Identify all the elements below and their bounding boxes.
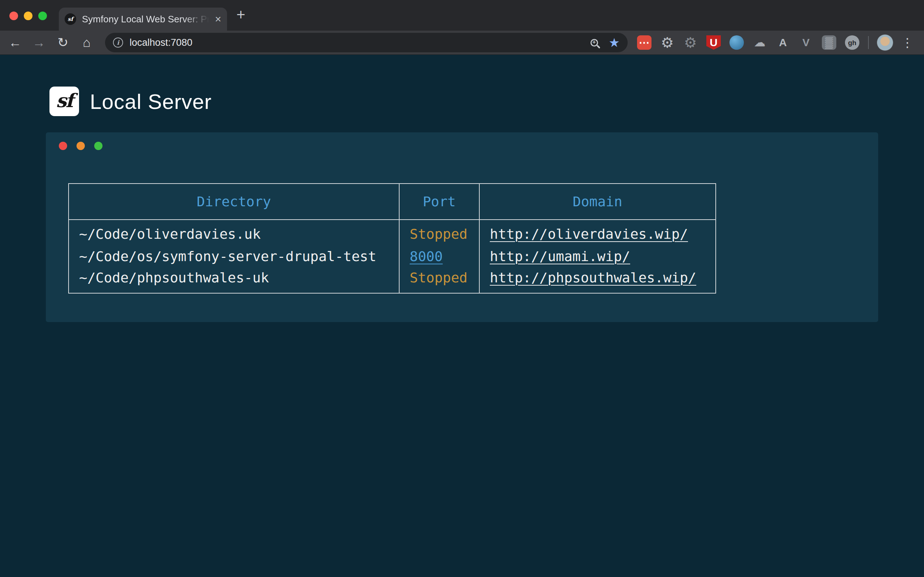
extension-blue-orb-icon[interactable] [729,35,744,50]
browser-toolbar: ← → ↻ ⌂ i localhost:7080 ★ ⋯ ⚙ ⚙ U ☁ A V… [0,31,924,55]
column-header-directory: Directory [69,184,399,220]
page-title: Local Server [90,89,212,114]
table-header-row: Directory Port Domain [69,184,716,220]
symfony-logo: sf [50,87,79,116]
tab-favicon-text: sf [68,16,73,23]
window-close-button[interactable] [10,11,18,20]
window-zoom-button[interactable] [38,11,47,20]
page-content: sf Local Server Directory Port [0,55,924,577]
table-row: ~/Code/os/symfony-server-drupal-test 800… [69,244,716,269]
directory-cell: ~/Code/oliverdavies.uk [69,220,399,244]
domain-link[interactable]: http://umami.wip/ [490,248,630,264]
terminal-green-dot [94,142,102,150]
extension-gear-dark-icon[interactable]: ⚙ [683,35,698,50]
extensions-row: ⋯ ⚙ ⚙ U ☁ A V ▒ gh [637,35,859,50]
home-button[interactable]: ⌂ [76,32,97,53]
domain-link[interactable]: http://oliverdavies.wip/ [490,226,688,242]
table-row: ~/Code/phpsouthwales-uk Stopped http://p… [69,269,716,293]
domain-link[interactable]: http://phpsouthwales.wip/ [490,270,696,285]
extension-cloud-icon[interactable]: ☁ [753,35,767,50]
new-tab-button[interactable]: + [236,7,246,23]
domain-cell: http://phpsouthwales.wip/ [479,269,716,293]
address-bar[interactable]: i localhost:7080 ★ [105,33,628,52]
tab-favicon-icon: sf [65,13,76,25]
domain-cell: http://umami.wip/ [479,244,716,269]
terminal-red-dot [59,142,67,150]
port-status: Stopped [410,270,467,285]
column-header-domain: Domain [479,184,716,220]
profile-avatar[interactable] [877,34,893,51]
port-cell: Stopped [399,269,479,293]
zoom-icon[interactable] [591,39,598,47]
terminal-window-dots [59,142,102,150]
extension-gear-light-icon[interactable]: ⚙ [660,35,675,50]
extension-ublock-icon[interactable]: U [706,35,721,50]
extension-letter-v-icon[interactable]: V [799,35,813,50]
url-text: localhost:7080 [129,37,591,48]
symfony-logo-text: sf [56,89,73,111]
back-button[interactable]: ← [5,32,25,53]
bookmark-star-icon[interactable]: ★ [609,36,620,49]
port-link[interactable]: 8000 [410,248,443,264]
servers-table: Directory Port Domain ~/Code/oliverdavie… [68,183,716,293]
extension-letter-a-icon[interactable]: A [775,35,790,50]
window-controls [10,11,47,20]
tab-title: Symfony Local Web Server: Prox [82,14,212,25]
site-info-icon[interactable]: i [113,37,123,48]
port-cell: 8000 [399,244,479,269]
extension-red-dots-icon[interactable]: ⋯ [637,35,651,50]
toolbar-separator [868,36,869,49]
browser-tab[interactable]: sf Symfony Local Web Server: Prox × [59,8,227,31]
tab-strip: sf Symfony Local Web Server: Prox × + [0,0,924,31]
terminal-orange-dot [76,142,85,150]
directory-cell: ~/Code/phpsouthwales-uk [69,269,399,293]
reload-button[interactable]: ↻ [53,32,73,53]
extension-github-icon[interactable]: gh [845,35,859,50]
column-header-port: Port [399,184,479,220]
brand-header: sf Local Server [50,87,212,116]
directory-cell: ~/Code/os/symfony-server-drupal-test [69,244,399,269]
table-row: ~/Code/oliverdavies.uk Stopped http://ol… [69,220,716,244]
port-status: Stopped [410,226,467,242]
window-minimize-button[interactable] [24,11,32,20]
site-info-glyph: i [117,39,119,46]
browser-menu-button[interactable]: ⋮ [899,35,916,50]
tab-close-icon[interactable]: × [215,14,221,24]
browser-window: sf Symfony Local Web Server: Prox × + ← … [0,0,924,577]
port-cell: Stopped [399,220,479,244]
terminal-panel: Directory Port Domain ~/Code/oliverdavie… [46,132,878,322]
forward-button[interactable]: → [29,32,49,53]
domain-cell: http://oliverdavies.wip/ [479,220,716,244]
extension-grid-icon[interactable]: ▒ [822,35,836,50]
